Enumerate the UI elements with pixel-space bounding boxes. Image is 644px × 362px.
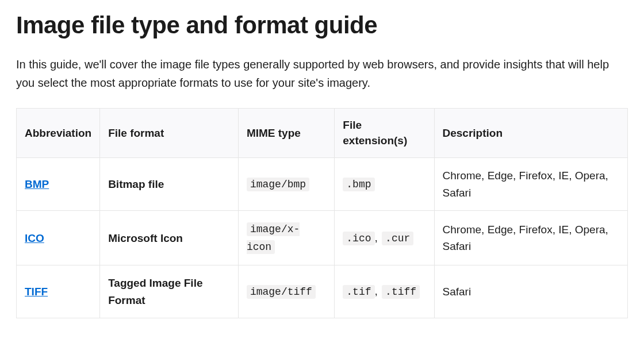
file-format: Bitmap file — [100, 158, 239, 211]
intro-text: In this guide, we'll cover the image fil… — [16, 55, 620, 92]
table-row: TIFFTagged Image File Formatimage/tiff.t… — [17, 265, 628, 318]
table-row: ICOMicrosoft Iconimage/x-icon.ico, .curC… — [17, 211, 628, 265]
file-format: Tagged Image File Format — [100, 265, 239, 318]
col-mime: MIME type — [238, 109, 334, 158]
file-extensions: .bmp — [335, 158, 434, 211]
table-header-row: Abbreviation File format MIME type File … — [17, 109, 628, 158]
col-ext: File extension(s) — [335, 109, 434, 158]
table-row: BMPBitmap fileimage/bmp.bmpChrome, Edge,… — [17, 158, 628, 211]
file-format: Microsoft Icon — [100, 211, 239, 265]
abbr-link[interactable]: ICO — [25, 232, 44, 244]
abbr-link[interactable]: BMP — [25, 178, 49, 190]
formats-table: Abbreviation File format MIME type File … — [16, 108, 628, 318]
mime-type: image/bmp — [238, 158, 334, 211]
description: Chrome, Edge, Firefox, IE, Opera, Safari — [434, 211, 627, 265]
col-desc: Description — [434, 109, 627, 158]
description: Safari — [434, 265, 627, 318]
page-title: Image file type and format guide — [16, 11, 628, 39]
mime-type: image/tiff — [238, 265, 334, 318]
abbr-link[interactable]: TIFF — [25, 286, 48, 298]
file-extensions: .ico, .cur — [335, 211, 434, 265]
col-abbr: Abbreviation — [17, 109, 100, 158]
col-format: File format — [100, 109, 239, 158]
description: Chrome, Edge, Firefox, IE, Opera, Safari — [434, 158, 627, 211]
mime-type: image/x-icon — [238, 211, 334, 265]
file-extensions: .tif, .tiff — [335, 265, 434, 318]
